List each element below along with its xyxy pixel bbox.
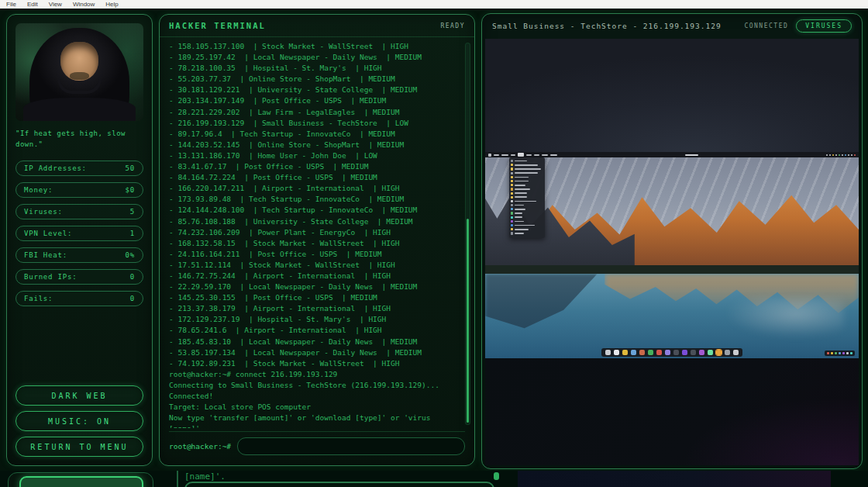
dropdown-row-text: [515, 201, 536, 202]
background-glowing-button: [19, 476, 143, 487]
stat-label: Viruses:: [24, 208, 63, 216]
tray-widget-icon: [846, 352, 849, 354]
file-icon: [511, 176, 513, 178]
sidebar-spacer: [16, 313, 143, 380]
dropdown-row-text: [515, 225, 535, 226]
scan-result-line: - 145.25.30.155 | Post Office - USPS | M…: [169, 292, 457, 303]
connection-status-badge: CONNECTED: [744, 22, 788, 29]
tray-icon: [845, 154, 846, 156]
hacker-avatar-image: [16, 23, 143, 121]
tray-icon: [842, 154, 843, 156]
background-remote-panel-edge: [518, 471, 831, 487]
remote-desktop-view[interactable]: [485, 39, 859, 358]
desktop-dropdown-menu: [509, 157, 545, 238]
background-terminal-edge: [177, 471, 178, 487]
scan-result-line: - 84.164.72.224 | Post Office - USPS | M…: [169, 172, 457, 183]
session-line: Connected!: [169, 391, 457, 402]
os-menu-view[interactable]: View: [49, 1, 62, 8]
dock-app-icon: [622, 350, 628, 355]
desktop-clock: [685, 154, 698, 156]
terminal-scrollbar[interactable]: [465, 43, 470, 425]
scan-result-line: - 30.181.129.221 | University - State Co…: [169, 85, 457, 95]
scan-result-line: - 28.221.229.202 | Law Firm - LegalEagle…: [169, 107, 457, 118]
stat-vpn-level: VPN Level:1: [16, 226, 143, 241]
remote-desktop-dock: [601, 348, 742, 357]
scan-result-line: - 203.134.197.149 | Post Office - USPS |…: [169, 95, 457, 106]
terminal-command-input[interactable]: [237, 437, 465, 455]
stat-value: 1: [130, 230, 135, 237]
file-icon: [511, 228, 513, 230]
background-terminal-text: [name]'.: [184, 471, 226, 482]
scan-result-line: - 146.72.75.244 | Airport - Internationa…: [169, 271, 457, 281]
stat-label: Fails:: [24, 295, 53, 302]
scan-result-line: - 22.29.59.170 | Local Newspaper - Daily…: [169, 281, 457, 292]
file-icon: [511, 164, 513, 166]
dropdown-row-text: [515, 185, 525, 186]
os-menu-file[interactable]: File: [6, 1, 16, 8]
return-to-menu-button[interactable]: RETURN TO MENU: [16, 437, 143, 457]
os-menu-edit[interactable]: Edit: [27, 1, 38, 8]
dark-web-button[interactable]: DARK WEB: [16, 385, 143, 406]
remote-desktop-tray-widget: [825, 351, 855, 356]
remote-connection-panel: Small Business - TechStore - 216.199.193…: [481, 13, 863, 469]
session-line: Now type 'transfer [amount]' or 'downloa…: [169, 413, 457, 428]
scan-result-line: - 89.17.96.4 | Tech Startup - InnovateCo…: [169, 129, 457, 140]
terminal-header: HACKER TERMINAL READY: [160, 15, 474, 37]
file-icon: [511, 196, 513, 199]
terminal-scrollbar-thumb[interactable]: [467, 219, 469, 423]
os-menubar: FileEditViewWindowHelp: [0, 0, 868, 9]
dock-app-icon: [733, 350, 739, 355]
tray-widget-icon: [827, 352, 829, 354]
os-menu-window[interactable]: Window: [73, 1, 95, 8]
scan-result-line: - 185.45.83.10 | Local Newspaper - Daily…: [169, 337, 457, 347]
tray-icon: [851, 154, 852, 156]
stat-label: FBI Heat:: [24, 251, 67, 259]
stat-value: $0: [126, 186, 135, 194]
scan-result-line: - 168.132.58.15 | Stock Market - WallStr…: [169, 238, 457, 249]
terminal-input-row: root@hacker:~#: [169, 431, 465, 461]
scan-result-line: - 74.232.106.209 | Power Plant - EnergyC…: [169, 227, 457, 238]
background-scrollbar-thumb: [494, 472, 499, 480]
file-icon: [511, 192, 513, 195]
stats-list: IP Addresses:50Money:$0Viruses:5VPN Leve…: [16, 161, 143, 313]
hacker-quote: "If heat gets high, slow down.": [16, 129, 143, 150]
file-icon: [511, 208, 513, 210]
tray-icon: [829, 154, 831, 156]
scan-result-line: - 85.76.108.188 | University - State Col…: [169, 216, 457, 227]
dock-app-icon: [605, 350, 611, 355]
stat-label: IP Addresses:: [24, 164, 87, 172]
scan-result-line: - 173.93.89.48 | Tech Startup - Innovate…: [169, 194, 457, 205]
dropdown-row-text: [515, 216, 522, 218]
stat-fbi-heat: FBI Heat:0%: [16, 247, 143, 263]
tray-widget-icon: [850, 352, 852, 354]
stat-label: VPN Level:: [24, 230, 72, 237]
tray-icon: [854, 154, 856, 156]
os-menu-help[interactable]: Help: [105, 1, 118, 8]
dropdown-row-text: [515, 205, 524, 206]
background-terminal-input: [184, 482, 494, 487]
background-window-layer: [name]'.: [0, 471, 868, 487]
file-icon: [511, 172, 513, 174]
music-toggle-button[interactable]: MUSIC: ON: [16, 411, 143, 431]
desktop-menu-item: [542, 154, 548, 156]
scan-result-line: - 24.116.164.211 | Post Office - USPS | …: [169, 249, 457, 260]
stat-label: Money:: [24, 186, 53, 194]
desktop-menu-item: [494, 154, 499, 156]
scan-result-line: - 78.218.100.35 | Hospital - St. Mary's …: [169, 63, 457, 74]
desktop-menubar-tray: [826, 154, 856, 156]
scan-result-line: - 216.199.193.129 | Small Business - Tec…: [169, 118, 457, 129]
dropdown-row-text: [515, 161, 527, 162]
scan-result-line: - 74.192.89.231 | Stock Market - WallStr…: [169, 358, 457, 369]
viruses-button[interactable]: VIRUSES: [796, 19, 852, 33]
dropdown-row-text: [515, 229, 529, 230]
file-icon: [511, 220, 513, 223]
wallpaper-cloud-reflection: [725, 298, 844, 338]
dock-app-icon: [648, 350, 653, 355]
stat-ip-addresses: IP Addresses:50: [16, 161, 143, 176]
terminal-output: - 158.105.137.100 | Stock Market - WallS…: [169, 41, 457, 428]
remote-target-title: Small Business - TechStore - 216.199.193…: [492, 22, 744, 30]
scan-result-line: - 124.144.248.100 | Tech Startup - Innov…: [169, 205, 457, 216]
scan-result-line: - 144.203.52.145 | Online Store - ShopMa…: [169, 140, 457, 150]
hacker-terminal-panel: HACKER TERMINAL READY - 158.105.137.100 …: [159, 14, 475, 466]
dropdown-row-text: [515, 177, 529, 178]
